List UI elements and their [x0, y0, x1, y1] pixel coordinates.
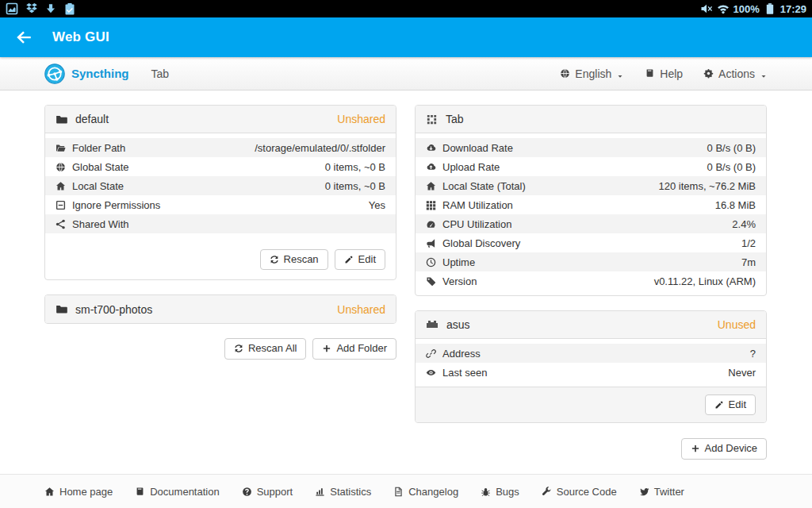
refresh-icon — [270, 255, 279, 264]
chevron-down-icon — [616, 70, 624, 78]
footer-link-twitter[interactable]: Twitter — [639, 486, 684, 498]
row-label: Folder Path — [72, 142, 125, 154]
rescan-all-button[interactable]: Rescan All — [224, 338, 306, 359]
device-detail-table: Download Rate 0 B/s (0 B) Upload Rate 0 … — [416, 133, 766, 295]
twitter-icon — [639, 487, 649, 497]
folder-open-icon — [56, 143, 66, 153]
footer-link-label: Bugs — [496, 486, 519, 498]
clock-text: 17:29 — [780, 3, 806, 15]
help-label: Help — [660, 67, 683, 80]
device-actions-row: Add Device — [415, 438, 767, 459]
table-row: Upload Rate 0 B/s (0 B) — [416, 157, 766, 176]
folder-detail-table: Folder Path /storage/emulated/0/.stfolde… — [45, 133, 396, 238]
grid-icon — [426, 200, 436, 210]
language-label: English — [575, 67, 611, 80]
nav-menu-tab[interactable]: Tab — [151, 67, 170, 80]
row-value: 2.4% — [732, 218, 756, 230]
local-device-panel: Tab Download Rate 0 B/s (0 B) Upload Rat… — [415, 105, 767, 296]
table-row: CPU Utilization 2.4% — [416, 214, 766, 233]
add-folder-button[interactable]: Add Folder — [312, 338, 396, 359]
globe-icon — [56, 162, 66, 172]
home-icon — [56, 181, 66, 191]
book-icon — [645, 68, 655, 79]
row-value: v0.11.22, Linux (ARM) — [654, 275, 756, 287]
footer-link-label: Statistics — [330, 486, 371, 498]
device-status-badge: Unused — [718, 318, 756, 331]
add-device-button[interactable]: Add Device — [681, 438, 767, 459]
folder-icon — [56, 303, 67, 315]
wrench-icon — [542, 487, 552, 497]
gallery-notification-icon — [6, 2, 18, 15]
screen: 100% 17:29 Web GUI Syncthing Tab English… — [0, 0, 812, 508]
edit-label: Edit — [729, 399, 746, 410]
footer-link-changelog[interactable]: Changelog — [393, 486, 458, 498]
back-arrow-icon[interactable] — [16, 29, 32, 45]
table-row: Local State (Total) 120 items, ~76.2 MiB — [416, 176, 766, 195]
footer-link-source-code[interactable]: Source Code — [542, 486, 617, 498]
row-label: Local State — [72, 180, 124, 192]
devices-column: Tab Download Rate 0 B/s (0 B) Upload Rat… — [415, 105, 767, 460]
app-bar-title: Web GUI — [52, 29, 109, 45]
gauge-icon — [426, 219, 436, 229]
battery-percent: 100% — [733, 3, 760, 15]
folder-panel-sm-t700-header[interactable]: sm-t700-photos Unshared — [45, 295, 396, 323]
folder-panel-default-header[interactable]: default Unshared — [45, 106, 396, 133]
chevron-down-icon — [760, 70, 768, 78]
android-status-bar: 100% 17:29 — [0, 0, 812, 17]
table-row: Last seen Never — [416, 363, 766, 382]
row-value: 120 items, ~76.2 MiB — [659, 180, 756, 192]
question-circle-icon — [242, 487, 252, 497]
folder-status-badge: Unshared — [337, 303, 385, 316]
row-label: Ignore Permissions — [72, 199, 160, 211]
syncthing-brand[interactable]: Syncthing — [44, 64, 129, 84]
edit-device-button[interactable]: Edit — [705, 394, 756, 415]
clipboard-notification-icon — [63, 2, 76, 15]
row-value: Yes — [369, 199, 385, 211]
footer-link-home-page[interactable]: Home page — [44, 486, 113, 498]
row-value: 0 B/s (0 B) — [707, 142, 756, 154]
bar-chart-icon — [315, 487, 325, 497]
download-notification-icon — [45, 3, 56, 14]
syncthing-navbar: Syncthing Tab English Help Actions — [0, 57, 812, 90]
tag-icon — [426, 276, 436, 287]
row-label: Uptime — [442, 256, 475, 268]
footer-link-statistics[interactable]: Statistics — [315, 486, 371, 498]
browser-app-bar: Web GUI — [0, 17, 812, 57]
actions-dropdown[interactable]: Actions — [703, 67, 768, 80]
footer-link-label: Support — [257, 486, 293, 498]
notification-icons — [6, 2, 76, 15]
row-label: Local State (Total) — [442, 180, 526, 192]
link-icon — [426, 348, 436, 359]
footer-link-documentation[interactable]: Documentation — [135, 486, 219, 498]
minus-square-icon — [56, 200, 66, 210]
wifi-icon — [717, 2, 730, 15]
local-device-panel-header[interactable]: Tab — [416, 106, 766, 133]
table-row: Address ? — [416, 344, 766, 363]
row-value: /storage/emulated/0/.stfolder — [255, 142, 385, 154]
qr-dots-icon — [426, 114, 438, 125]
table-row: Uptime 7m — [416, 252, 766, 271]
folder-actions-row: Rescan All Add Folder — [44, 338, 396, 359]
folders-column: default Unshared Folder Path /storage/em… — [44, 105, 396, 460]
edit-folder-button[interactable]: Edit — [335, 249, 385, 270]
footer-link-bugs[interactable]: Bugs — [481, 486, 519, 498]
table-row: Version v0.11.22, Linux (ARM) — [416, 271, 766, 291]
row-label: RAM Utilization — [442, 199, 513, 211]
rescan-label: Rescan — [284, 254, 319, 265]
footer-link-support[interactable]: Support — [242, 486, 293, 498]
rescan-button[interactable]: Rescan — [260, 249, 328, 270]
table-row: Ignore Permissions Yes — [45, 195, 396, 214]
globe-icon — [560, 68, 570, 79]
plus-icon — [691, 444, 700, 453]
remote-device-panel-asus: asus Unused Address ? Last seen Never — [415, 310, 767, 423]
row-value: 7m — [741, 256, 756, 268]
language-dropdown[interactable]: English — [560, 67, 624, 80]
remote-device-panel-header[interactable]: asus Unused — [416, 311, 766, 339]
row-label: Shared With — [72, 218, 129, 230]
help-button[interactable]: Help — [645, 67, 683, 80]
row-label: Download Rate — [442, 142, 513, 154]
folder-panel-buttons: Rescan Edit — [45, 238, 396, 279]
home-icon — [44, 487, 55, 497]
pencil-icon — [714, 400, 724, 410]
syncthing-logo-icon — [44, 64, 65, 84]
